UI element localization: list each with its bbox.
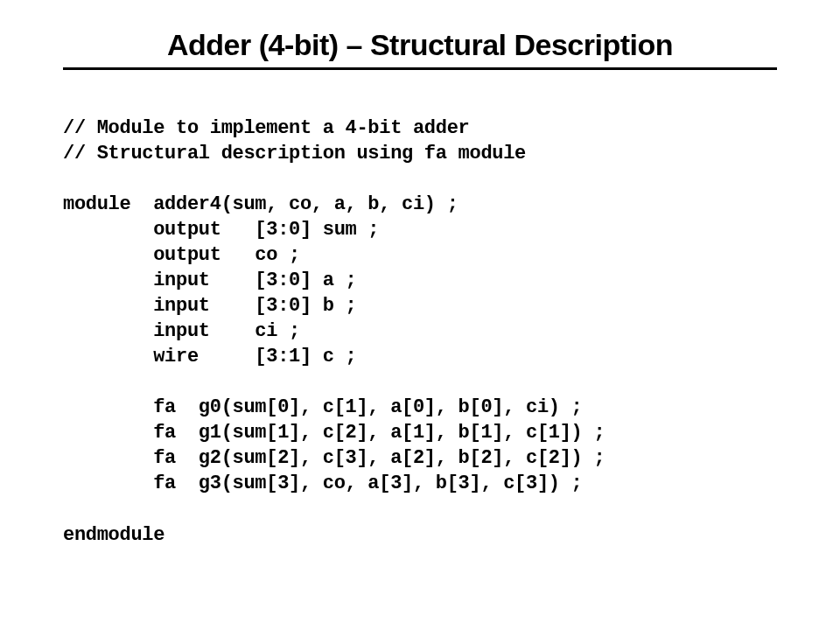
code-block: // Module to implement a 4-bit adder // …: [63, 116, 777, 548]
code-line: output [3:0] sum ;: [63, 219, 379, 241]
code-line: input ci ;: [63, 320, 300, 342]
slide-title: Adder (4-bit) – Structural Description: [63, 28, 777, 62]
code-line: fa g2(sum[2], c[3], a[2], b[2], c[2]) ;: [63, 447, 605, 469]
code-line: input [3:0] a ;: [63, 270, 356, 291]
code-line: wire [3:1] c ;: [63, 346, 356, 368]
code-line: output co ;: [63, 244, 300, 266]
code-line: module adder4(sum, co, a, b, ci) ;: [63, 193, 458, 215]
code-line: input [3:0] b ;: [63, 295, 356, 317]
code-line: endmodule: [63, 524, 164, 546]
code-line: fa g3(sum[3], co, a[3], b[3], c[3]) ;: [63, 472, 583, 494]
slide-container: Adder (4-bit) – Structural Description /…: [0, 0, 840, 576]
title-underline: [63, 67, 777, 70]
code-line: fa g1(sum[1], c[2], a[1], b[1], c[1]) ;: [63, 422, 605, 444]
code-line: fa g0(sum[0], c[1], a[0], b[0], ci) ;: [63, 396, 583, 418]
code-line: // Structural description using fa modul…: [63, 143, 526, 164]
code-line: // Module to implement a 4-bit adder: [63, 117, 469, 139]
